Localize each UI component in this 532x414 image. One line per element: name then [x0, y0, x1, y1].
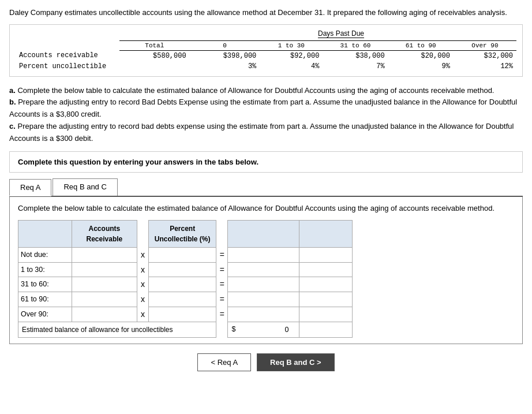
- result-1to30: [228, 262, 299, 277]
- aging-row-ar: Accounts receivable $580,000 $398,000 $9…: [16, 50, 516, 61]
- col-total: Total: [119, 40, 190, 50]
- pct-1to30-input[interactable]: [151, 266, 213, 274]
- pct-31to60-input[interactable]: [151, 280, 213, 288]
- th-empty: [18, 220, 72, 247]
- ar-31to60-input[interactable]: [74, 280, 134, 288]
- row-61to90: 61 to 90: x =: [18, 292, 353, 307]
- next-button[interactable]: Req B and C >: [257, 353, 335, 371]
- complete-box: Complete this question by entering your …: [9, 151, 523, 173]
- col-over90: Over 90: [454, 40, 516, 50]
- eq-over90: =: [216, 307, 228, 322]
- col-0: 0: [190, 40, 260, 50]
- op-over90: x: [137, 307, 148, 322]
- result-over90: [228, 307, 299, 322]
- col-31to60: 31 to 60: [323, 40, 388, 50]
- pct-61to90-input[interactable]: [151, 295, 213, 303]
- op-31to60: x: [137, 277, 148, 292]
- col-61to90: 61 to 90: [388, 40, 454, 50]
- eq-not-due: =: [216, 247, 228, 262]
- estimated-label: Estimated balance of allowance for uncol…: [18, 322, 216, 337]
- tab-req-a[interactable]: Req A: [9, 179, 51, 196]
- ar-over90-input[interactable]: [74, 310, 134, 318]
- aging-table-wrapper: Days Past Due Total 0 1 to 30 31 to 60 6…: [9, 24, 523, 77]
- op-not-due: x: [137, 247, 148, 262]
- result-31to60: [228, 277, 299, 292]
- th-percent-uncollectible: Percent Uncollectible (%): [149, 220, 216, 247]
- th-extra: [299, 220, 353, 247]
- estimated-eq: [216, 322, 228, 337]
- bottom-nav: < Req A Req B and C >: [9, 353, 523, 371]
- estimated-value-input[interactable]: [237, 326, 289, 334]
- label-1to30: 1 to 30:: [18, 262, 72, 277]
- tab-content-box: Complete the below table to calculate th…: [9, 197, 523, 344]
- pct-61to90[interactable]: [149, 292, 216, 307]
- ar-61to90-input[interactable]: [74, 295, 134, 303]
- pct-1to30[interactable]: [149, 262, 216, 277]
- days-past-due-header: Days Past Due: [166, 29, 516, 38]
- result-61to90: [228, 292, 299, 307]
- ar-over90[interactable]: [72, 307, 137, 322]
- th-accounts-receivable: Accounts Receivable: [72, 220, 137, 247]
- ar-not-due-input[interactable]: [74, 251, 134, 259]
- label-over90: Over 90:: [18, 307, 72, 322]
- extra-over90: [299, 307, 353, 322]
- estimated-extra: [299, 322, 353, 337]
- extra-1to30: [299, 262, 353, 277]
- row-31to60: 31 to 60: x =: [18, 277, 353, 292]
- tab-req-b-c[interactable]: Req B and C: [53, 178, 117, 196]
- req-a-table: Accounts Receivable Percent Uncollectibl…: [18, 220, 353, 338]
- label-not-due: Not due:: [18, 247, 72, 262]
- pct-not-due[interactable]: [149, 247, 216, 262]
- label-61to90: 61 to 90:: [18, 292, 72, 307]
- row-over90: Over 90: x =: [18, 307, 353, 322]
- tabs-row: Req A Req B and C: [9, 178, 523, 197]
- aging-row-pct: Percent uncollectible 3% 4% 7% 9% 12%: [16, 61, 516, 72]
- ar-61to90[interactable]: [72, 292, 137, 307]
- pct-not-due-input[interactable]: [151, 251, 213, 259]
- pct-31to60[interactable]: [149, 277, 216, 292]
- extra-not-due: [299, 247, 353, 262]
- ar-31to60[interactable]: [72, 277, 137, 292]
- instructions: a. Complete the below table to calculate…: [9, 85, 523, 145]
- th-eq: [216, 220, 228, 247]
- eq-1to30: =: [216, 262, 228, 277]
- req-table-wrapper: Accounts Receivable Percent Uncollectibl…: [18, 220, 514, 338]
- req-table-header-row: Accounts Receivable Percent Uncollectibl…: [18, 220, 353, 247]
- th-result: [228, 220, 299, 247]
- op-61to90: x: [137, 292, 148, 307]
- aging-header-row: Total 0 1 to 30 31 to 60 61 to 90 Over 9…: [16, 40, 516, 50]
- dollar-sign: $: [231, 324, 235, 335]
- op-1to30: x: [137, 262, 148, 277]
- intro-text: Daley Company estimates uncollectible ac…: [9, 7, 523, 18]
- aging-table: Total 0 1 to 30 31 to 60 61 to 90 Over 9…: [16, 40, 516, 72]
- eq-61to90: =: [216, 292, 228, 307]
- pct-over90[interactable]: [149, 307, 216, 322]
- col-1to30: 1 to 30: [260, 40, 323, 50]
- pct-over90-input[interactable]: [151, 310, 213, 318]
- th-op1: [137, 220, 148, 247]
- label-31to60: 31 to 60:: [18, 277, 72, 292]
- extra-31to60: [299, 277, 353, 292]
- prev-button[interactable]: < Req A: [197, 353, 251, 371]
- eq-31to60: =: [216, 277, 228, 292]
- ar-1to30[interactable]: [72, 262, 137, 277]
- row-not-due: Not due: x =: [18, 247, 353, 262]
- estimated-value-cell[interactable]: $: [228, 322, 299, 337]
- ar-1to30-input[interactable]: [74, 266, 134, 274]
- ar-not-due[interactable]: [72, 247, 137, 262]
- extra-61to90: [299, 292, 353, 307]
- result-not-due: [228, 247, 299, 262]
- row-estimated: Estimated balance of allowance for uncol…: [18, 322, 353, 337]
- row-1to30: 1 to 30: x =: [18, 262, 353, 277]
